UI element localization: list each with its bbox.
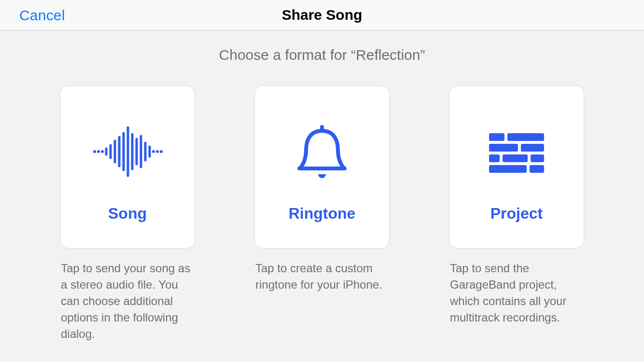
tracks-icon bbox=[478, 113, 555, 190]
svg-point-14 bbox=[152, 150, 155, 153]
svg-rect-19 bbox=[489, 144, 518, 152]
svg-rect-21 bbox=[489, 154, 500, 162]
option-project: Project Tap to send the GarageBand proje… bbox=[449, 85, 584, 342]
project-card[interactable]: Project bbox=[449, 85, 584, 249]
svg-point-0 bbox=[93, 150, 96, 153]
ringtone-card[interactable]: Ringtone bbox=[254, 85, 390, 249]
svg-rect-18 bbox=[507, 133, 544, 141]
page-title: Share Song bbox=[0, 7, 644, 23]
project-card-label: Project bbox=[490, 205, 543, 223]
navbar: Cancel Share Song bbox=[0, 0, 644, 30]
ringtone-card-label: Ringtone bbox=[289, 205, 356, 223]
svg-rect-20 bbox=[521, 144, 544, 152]
subtitle-text: Choose a format for “Reflection” bbox=[0, 47, 644, 63]
song-card[interactable]: Song bbox=[60, 85, 195, 249]
svg-point-1 bbox=[97, 150, 100, 153]
format-options-row: Song Tap to send your song as a stereo a… bbox=[0, 85, 644, 342]
song-description: Tap to send your song as a stereo audio … bbox=[60, 260, 195, 342]
svg-rect-24 bbox=[489, 165, 527, 173]
project-description: Tap to send the GarageBand project, whic… bbox=[449, 260, 584, 326]
svg-rect-17 bbox=[489, 133, 504, 141]
svg-point-2 bbox=[101, 150, 104, 153]
cancel-button[interactable]: Cancel bbox=[19, 0, 65, 30]
option-ringtone: Ringtone Tap to create a custom ringtone… bbox=[254, 85, 390, 342]
svg-rect-22 bbox=[503, 154, 528, 162]
svg-rect-25 bbox=[530, 165, 544, 173]
option-song: Song Tap to send your song as a stereo a… bbox=[60, 85, 195, 342]
bell-icon bbox=[283, 113, 361, 190]
svg-point-16 bbox=[160, 150, 163, 153]
svg-point-15 bbox=[156, 150, 159, 153]
song-card-label: Song bbox=[108, 205, 147, 223]
ringtone-description: Tap to create a custom ringtone for your… bbox=[254, 260, 390, 293]
svg-rect-23 bbox=[531, 154, 544, 162]
waveform-icon bbox=[89, 113, 166, 190]
content-area: Choose a format for “Reflection” bbox=[0, 30, 644, 342]
